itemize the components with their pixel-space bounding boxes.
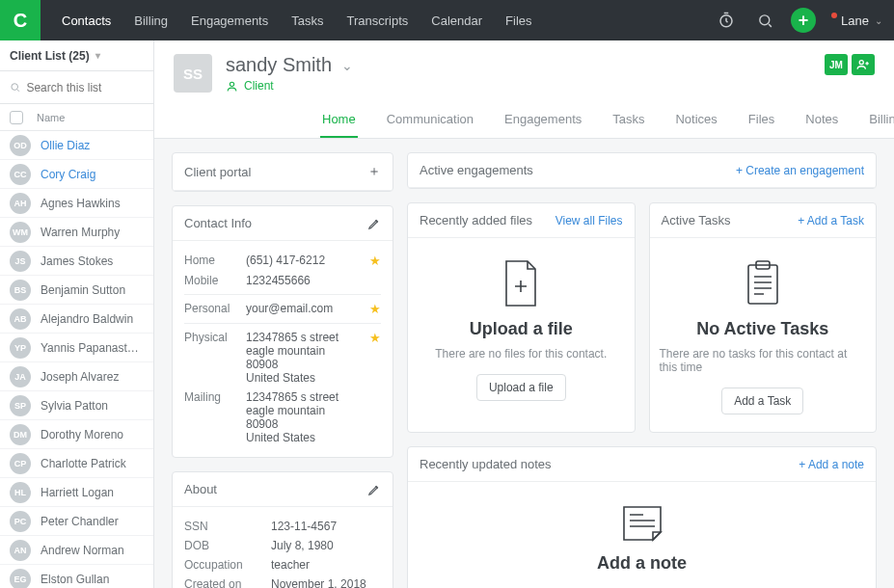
client-name-label: Warren Murphy xyxy=(41,226,120,239)
list-item[interactable]: YP Yannis Papanastasopou xyxy=(0,334,153,362)
list-item[interactable]: AB Alejandro Baldwin xyxy=(0,305,153,334)
divider xyxy=(184,323,381,324)
add-task-link[interactable]: + Add a Task xyxy=(798,214,864,227)
nav-item-transcripts[interactable]: Transcripts xyxy=(335,0,420,40)
recently-added-files-card: Recently added files View all Files Uplo… xyxy=(407,202,636,433)
avatar: CP xyxy=(10,453,31,474)
topbar: C ContactsBillingEngagementsTasksTranscr… xyxy=(0,0,894,40)
recently-updated-notes-card: Recently updated notes + Add a note Add … xyxy=(407,446,877,588)
field-value: 12347865 s streeteagle mountain80908Unit… xyxy=(246,390,381,444)
select-all-checkbox[interactable] xyxy=(10,111,23,124)
search-icon xyxy=(10,81,20,94)
active-tasks-card: Active Tasks + Add a Task No Active Task… xyxy=(649,202,878,433)
plus-icon[interactable]: ＋ xyxy=(367,163,381,180)
view-all-files-link[interactable]: View all Files xyxy=(555,214,623,227)
chevron-down-icon: ▾ xyxy=(95,50,100,61)
field-value: (651) 417-6212 xyxy=(246,254,356,267)
list-item[interactable]: PC Peter Chandler xyxy=(0,507,153,536)
nav-item-engagements[interactable]: Engagements xyxy=(179,0,280,40)
active-engagements-card: Active engagements + Create an engagemen… xyxy=(407,152,877,189)
nav-item-tasks[interactable]: Tasks xyxy=(280,0,335,40)
field-label: SSN xyxy=(184,520,261,533)
svg-point-3 xyxy=(230,82,233,86)
search-input[interactable] xyxy=(26,81,144,94)
list-item[interactable]: WM Warren Murphy xyxy=(0,218,153,247)
name-column-header: Name xyxy=(37,112,65,123)
tab-notes[interactable]: Notes xyxy=(803,112,840,138)
search-icon[interactable] xyxy=(752,8,777,33)
client-name-label: Joseph Alvarez xyxy=(41,370,119,384)
add-member-button[interactable] xyxy=(852,54,875,75)
tab-engagements[interactable]: Engagements xyxy=(502,112,583,138)
field-row: Mobile 1232455666 xyxy=(184,271,381,290)
field-label: Physical xyxy=(184,331,236,344)
files-card-title: Recently added files xyxy=(420,213,532,227)
tab-home[interactable]: Home xyxy=(320,112,358,138)
field-row: Created on November 1, 2018 xyxy=(184,575,381,588)
list-item[interactable]: EG Elston Gullan xyxy=(0,565,153,588)
tab-files[interactable]: Files xyxy=(746,112,776,138)
active-engagements-title: Active engagements xyxy=(420,163,533,177)
nav-item-calendar[interactable]: Calendar xyxy=(420,0,494,40)
tab-communication[interactable]: Communication xyxy=(385,112,475,138)
avatar: JS xyxy=(10,251,31,272)
avatar: YP xyxy=(10,337,31,359)
avatar: OD xyxy=(10,135,31,156)
field-row: Occupation teacher xyxy=(184,555,381,575)
contact-info-title: Contact Info xyxy=(184,216,252,230)
field-row: DOB July 8, 1980 xyxy=(184,536,381,555)
field-row: SSN 123-11-4567 xyxy=(184,517,381,536)
sidebar: Client List (25) ▾ Name OD Ollie DiazCC … xyxy=(0,40,154,588)
edit-icon[interactable] xyxy=(367,217,381,230)
tasks-subtext: There are no tasks for this contact at t… xyxy=(660,347,867,374)
add-note-link[interactable]: + Add a note xyxy=(799,458,864,471)
contact-avatar: SS xyxy=(174,54,212,93)
avatar: EG xyxy=(10,569,31,589)
nav-item-files[interactable]: Files xyxy=(494,0,543,40)
timer-icon[interactable] xyxy=(714,8,739,33)
field-label: Mailing xyxy=(184,390,236,404)
list-item[interactable]: BS Benjamin Sutton xyxy=(0,276,153,305)
app-logo[interactable]: C xyxy=(0,0,41,40)
notes-card-title: Recently updated notes xyxy=(420,457,552,471)
client-name-label: Yannis Papanastasopou xyxy=(41,341,144,355)
client-name-label: Alejandro Baldwin xyxy=(41,312,133,326)
list-item[interactable]: SP Sylvia Patton xyxy=(0,391,153,420)
sidebar-search xyxy=(0,71,153,104)
nav-item-contacts[interactable]: Contacts xyxy=(50,0,122,40)
list-item[interactable]: CC Cory Craig xyxy=(0,160,153,189)
list-item[interactable]: JS James Stokes xyxy=(0,247,153,276)
list-item[interactable]: HL Harriett Logan xyxy=(0,478,153,507)
tab-notices[interactable]: Notices xyxy=(673,112,718,138)
list-item[interactable]: AH Agnes Hawkins xyxy=(0,189,153,218)
list-item[interactable]: DM Dorothy Moreno xyxy=(0,420,153,449)
profile-header: SS sandy Smith ⌄ Client JM xyxy=(154,40,894,139)
list-item[interactable]: OD Ollie Diaz xyxy=(0,131,153,160)
notes-heading: Add a note xyxy=(597,553,687,574)
edit-icon[interactable] xyxy=(367,483,381,496)
list-item[interactable]: CP Charlotte Patrick xyxy=(0,449,153,478)
client-list-dropdown[interactable]: Client List (25) ▾ xyxy=(0,40,153,71)
chevron-down-icon[interactable]: ⌄ xyxy=(341,58,353,73)
nav-item-billing[interactable]: Billing xyxy=(122,0,179,40)
client-list: OD Ollie DiazCC Cory CraigAH Agnes Hawki… xyxy=(0,131,153,588)
field-label: Created on xyxy=(184,577,261,588)
user-menu[interactable]: Lane ⌄ xyxy=(829,13,882,28)
list-item[interactable]: AN Andrew Norman xyxy=(0,536,153,565)
client-name-label: Agnes Hawkins xyxy=(41,197,121,210)
add-task-button[interactable]: Add a Task xyxy=(721,388,803,414)
create-engagement-link[interactable]: + Create an engagement xyxy=(736,164,864,177)
client-name-label: Cory Craig xyxy=(41,168,95,181)
list-item[interactable]: JA Joseph Alvarez xyxy=(0,362,153,391)
add-button[interactable]: + xyxy=(791,8,816,33)
svg-point-2 xyxy=(12,84,18,91)
user-badge-jm[interactable]: JM xyxy=(825,54,848,75)
avatar: AN xyxy=(10,540,31,561)
upload-file-button[interactable]: Upload a file xyxy=(476,374,566,401)
tab-tasks[interactable]: Tasks xyxy=(610,112,646,138)
file-upload-icon xyxy=(501,259,541,307)
avatar: DM xyxy=(10,424,31,445)
field-value: November 1, 2018 xyxy=(271,577,381,588)
tab-billing[interactable]: Billing xyxy=(867,112,894,138)
avatar: JA xyxy=(10,366,31,388)
